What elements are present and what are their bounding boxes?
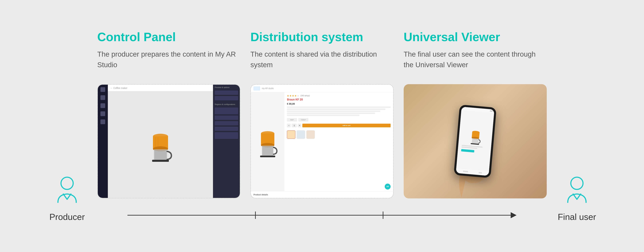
ds-product-name: Braun KF 20 (287, 98, 390, 101)
cp-right-item-5 (215, 121, 238, 125)
control-panel: Control Panel The producer prepares the … (97, 30, 240, 199)
uv-hand-bg: 9:41 (404, 84, 547, 198)
producer-label: Producer (50, 212, 85, 222)
phone-frame: 9:41 (454, 105, 496, 178)
ds-thumb-2 (297, 130, 305, 139)
content-wrapper: Producer Control Panel The producer prep… (37, 30, 607, 222)
coffee-maker-3d-icon (148, 126, 173, 163)
final-user-label: Final user (558, 212, 596, 222)
timeline-row (97, 208, 547, 222)
cp-right-item-6 (215, 127, 238, 131)
svg-rect-14 (260, 156, 275, 157)
ds-desc-lines (287, 106, 390, 116)
cp-topbar: ← Coffee maker (108, 85, 213, 91)
svg-rect-7 (154, 150, 167, 160)
panels-row: Control Panel The producer prepares the … (97, 30, 547, 199)
ds-content: (248 ratings) Braun KF 20 € 00,00 (251, 92, 393, 191)
cp-nav-icon-3 (100, 103, 105, 108)
cp-right-panel: Preview & options Regions & configuratio… (213, 85, 240, 198)
phone-bottom-line-2 (478, 172, 482, 174)
phone-ui-lines (461, 145, 488, 154)
control-panel-title: Control Panel (97, 30, 240, 44)
universal-viewer: Universal Viewer The final user can see … (404, 30, 547, 199)
ds-star-1 (287, 95, 289, 97)
cp-right-item-7 (215, 132, 238, 139)
phone-coffee-maker-icon (469, 128, 482, 146)
ds-desc-line-4 (287, 112, 375, 114)
universal-viewer-title: Universal Viewer (404, 30, 547, 44)
distribution-system-desc: The content is shared via the distributi… (250, 49, 394, 76)
universal-viewer-image: 9:41 (404, 84, 547, 198)
cp-right-item-3 (215, 107, 238, 114)
timeline-tick-1 (255, 211, 256, 219)
timeline-tick-2 (383, 211, 384, 219)
ds-desc-line-5 (287, 114, 360, 116)
ds-star-5 (297, 95, 299, 97)
cp-right-item-2 (215, 96, 238, 100)
ds-thumb-3 (306, 130, 315, 139)
ds-desc-line-3 (287, 110, 380, 112)
svg-rect-19 (472, 138, 478, 144)
cp-nav-icon-1 (100, 87, 105, 92)
producer-section: Producer (37, 175, 97, 222)
cp-right-label-1: Preview & options (215, 86, 238, 88)
distribution-system-image: my AR studio (250, 84, 394, 198)
middle-section: Control Panel The producer prepares the … (97, 30, 547, 222)
ds-star-2 (290, 95, 292, 97)
timeline-arrow (511, 212, 516, 218)
ds-price: € 00,00 (287, 102, 390, 105)
cp-right-label-2: Regions & configurations (215, 103, 238, 105)
svg-rect-13 (262, 146, 273, 155)
cp-right-item-4 (215, 115, 238, 120)
universal-viewer-desc: The final user can see the content throu… (404, 49, 547, 76)
cp-nav-icon-4 (100, 111, 105, 116)
product-details-label: Product details (254, 194, 268, 196)
control-panel-image: ← Coffee maker (97, 84, 240, 198)
ds-logo (254, 86, 260, 90)
phone-ar-button[interactable] (461, 149, 474, 153)
phone-bottom-line-1 (463, 171, 468, 172)
ds-desc-line-2 (287, 108, 385, 110)
ds-star-4 (294, 95, 296, 97)
cp-nav-icon-2 (100, 95, 105, 100)
ecom-coffee-maker-icon (257, 125, 278, 159)
ds-mockup: my AR studio (251, 85, 393, 198)
cp-mockup: ← Coffee maker (98, 85, 240, 198)
control-panel-desc: The producer prepares the content in My … (97, 49, 240, 76)
cp-canvas (108, 91, 213, 198)
ds-thumb-1 (287, 130, 295, 139)
svg-point-0 (61, 177, 73, 190)
ds-desc-line-1 (287, 106, 390, 108)
distribution-system-title: Distribution system (250, 30, 394, 44)
svg-point-21 (571, 177, 583, 190)
ds-product-info: (248 ratings) Braun KF 20 € 00,00 (284, 92, 393, 191)
ds-star-3 (292, 95, 294, 97)
final-user-icon (562, 175, 592, 208)
cp-nav-icon-5 (100, 119, 105, 124)
phone-screen: 9:41 (456, 107, 494, 176)
phone-content (456, 110, 494, 171)
distribution-system: Distribution system The content is share… (250, 30, 394, 199)
cp-sidebar (98, 85, 108, 198)
cp-right-item-1 (215, 90, 238, 95)
ar-view-button[interactable]: AR (385, 184, 390, 190)
timeline-line (128, 215, 511, 215)
page-container: Producer Control Panel The producer prep… (0, 0, 644, 252)
uv-mockup: 9:41 (404, 84, 547, 198)
ds-thumbnails (287, 130, 390, 139)
ds-product-image (251, 92, 284, 191)
final-user-section: Final user (547, 175, 607, 222)
cp-main: ← Coffee maker (108, 85, 213, 198)
ds-header: my AR studio (251, 85, 393, 92)
ds-stars: (248 ratings) (287, 95, 390, 97)
producer-icon (52, 175, 82, 208)
svg-rect-8 (152, 160, 169, 162)
ds-footer: Product details (251, 191, 393, 198)
